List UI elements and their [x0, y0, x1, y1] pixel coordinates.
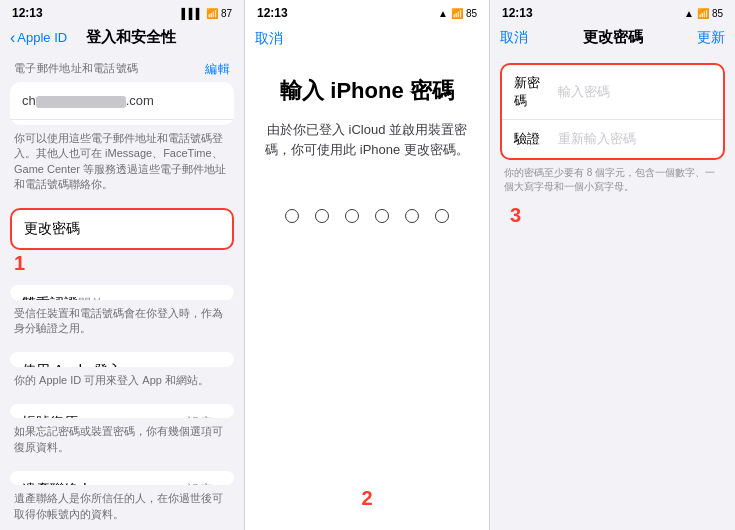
- status-bar-1: 12:13 ▌▌▌ 📶 87: [0, 0, 244, 24]
- passcode-dots: [285, 209, 449, 223]
- new-password-row: 新密碼 輸入密碼: [502, 65, 723, 120]
- description-text: 你可以使用這些電子郵件地址和電話號碼登入。其他人也可在 iMessage、Fac…: [0, 125, 244, 201]
- battery-2: 85: [466, 8, 477, 19]
- back-label-1: Apple ID: [17, 30, 67, 45]
- account-recovery-desc: 如果忘記密碼或裝置密碼，你有幾個選項可復原資料。: [0, 418, 244, 463]
- signal-icon-1: ▌▌▌: [182, 8, 203, 19]
- wifi-icon-1: 📶: [206, 8, 218, 19]
- status-icons-2: ▲ 📶 85: [438, 8, 477, 19]
- verify-label: 驗證: [514, 130, 550, 148]
- panel-2-title: 輸入 iPhone 密碼: [280, 76, 454, 106]
- dot-6: [435, 209, 449, 223]
- status-bar-3: 12:13 ▲ 📶 85: [490, 0, 735, 24]
- panel-1: 12:13 ▌▌▌ 📶 87 ‹ Apple ID 登入和安全性 電子郵件地址和…: [0, 0, 245, 530]
- dot-2: [315, 209, 329, 223]
- time-1: 12:13: [12, 6, 43, 20]
- apple-sign-in-row[interactable]: 使用 Apple 登入 ›: [10, 352, 234, 366]
- time-3: 12:13: [502, 6, 533, 20]
- account-recovery-row[interactable]: 帳號復原 設定 ›: [10, 404, 234, 418]
- panel-2: 12:13 ▲ 📶 85 取消 輸入 iPhone 密碼 由於你已登入 iClo…: [245, 0, 490, 530]
- cancel-button-2[interactable]: 取消: [255, 28, 283, 50]
- dot-1: [285, 209, 299, 223]
- battery-3: 85: [712, 8, 723, 19]
- cancel-button-3[interactable]: 取消: [500, 29, 528, 47]
- email-row: ch.com: [10, 82, 234, 120]
- battery-1: 87: [221, 8, 232, 19]
- signal-icon-3: ▲: [684, 8, 694, 19]
- step-2-number: 2: [245, 487, 489, 530]
- update-button[interactable]: 更新: [697, 29, 725, 47]
- nav-bar-3: 取消 更改密碼 更新: [490, 24, 735, 53]
- back-button-1[interactable]: ‹ Apple ID: [10, 29, 67, 47]
- new-password-label: 新密碼: [514, 74, 550, 110]
- two-factor-row[interactable]: 雙重認證 開啟 ›: [10, 285, 234, 299]
- wifi-icon-2: 📶: [451, 8, 463, 19]
- panel-2-description: 由於你已登入 iCloud 並啟用裝置密碼，你可使用此 iPhone 更改密碼。: [265, 120, 469, 159]
- edit-button[interactable]: 編輯: [205, 61, 230, 78]
- panel-3: 12:13 ▲ 📶 85 取消 更改密碼 更新 新密碼 輸入密碼 驗證 重新輸入…: [490, 0, 735, 530]
- password-form: 新密碼 輸入密碼 驗證 重新輸入密碼: [500, 63, 725, 160]
- apple-sign-in-desc: 你的 Apple ID 可用來登入 App 和網站。: [0, 367, 244, 396]
- two-factor-desc: 受信任裝置和電話號碼會在你登入時，作為身分驗證之用。: [0, 300, 244, 345]
- dot-3: [345, 209, 359, 223]
- nav-title-1: 登入和安全性: [86, 28, 176, 47]
- account-recovery-menu: 帳號復原 設定 ›: [10, 404, 234, 418]
- step-3-number: 3: [490, 200, 735, 231]
- change-password-button[interactable]: 更改密碼: [10, 208, 234, 250]
- nav-title-3: 更改密碼: [583, 28, 643, 47]
- dot-5: [405, 209, 419, 223]
- legacy-contact-row[interactable]: 遺產聯絡人 設定 ›: [10, 471, 234, 485]
- verify-password-row: 驗證 重新輸入密碼: [502, 120, 723, 158]
- status-icons-3: ▲ 📶 85: [684, 8, 723, 19]
- email-section-label: 電子郵件地址和電話號碼 編輯: [0, 53, 244, 82]
- nav-bar-2: 取消: [245, 24, 489, 56]
- legacy-contact-desc: 遺產聯絡人是你所信任的人，在你過世後可取得你帳號內的資料。: [0, 485, 244, 530]
- status-bar-2: 12:13 ▲ 📶 85: [245, 0, 489, 24]
- status-icons-1: ▌▌▌ 📶 87: [182, 8, 232, 19]
- wifi-icon-3: 📶: [697, 8, 709, 19]
- new-password-input[interactable]: 輸入密碼: [558, 83, 610, 101]
- panel-2-content: 輸入 iPhone 密碼 由於你已登入 iCloud 並啟用裝置密碼，你可使用此…: [245, 56, 489, 282]
- dot-4: [375, 209, 389, 223]
- time-2: 12:13: [257, 6, 288, 20]
- step-1-number: 1: [0, 250, 244, 277]
- nav-bar-1: ‹ Apple ID 登入和安全性: [0, 24, 244, 53]
- legacy-contact-menu: 遺產聯絡人 設定 ›: [10, 471, 234, 485]
- chevron-left-icon: ‹: [10, 29, 15, 47]
- signal-icon-2: ▲: [438, 8, 448, 19]
- email-value: ch.com: [22, 93, 222, 108]
- apple-sign-in-menu: 使用 Apple 登入 ›: [10, 352, 234, 366]
- email-card: ch.com Apple ID +: [10, 82, 234, 125]
- two-factor-menu: 雙重認證 開啟 ›: [10, 285, 234, 299]
- password-hint: 你的密碼至少要有 8 個字元，包含一個數字、一個大寫字母和一個小寫字母。: [490, 160, 735, 200]
- verify-input[interactable]: 重新輸入密碼: [558, 130, 636, 148]
